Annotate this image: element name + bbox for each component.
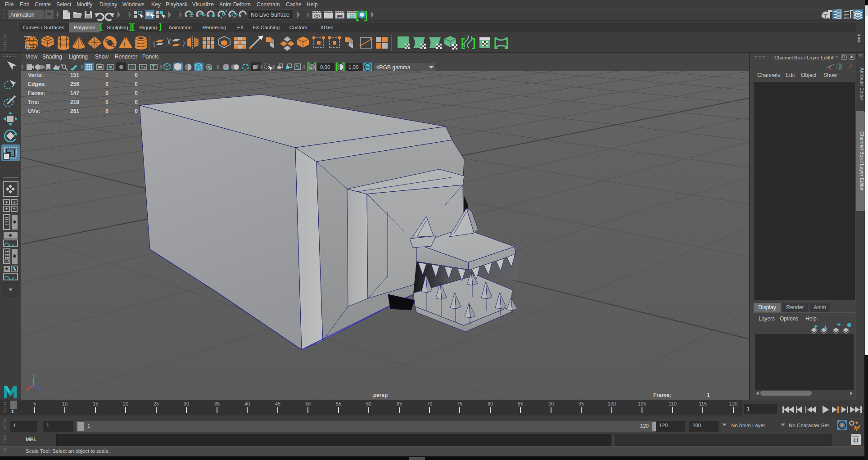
svg-text:15: 15 — [93, 401, 98, 406]
svg-text:105: 105 — [638, 401, 646, 406]
svg-text:0: 0 — [135, 81, 138, 87]
svg-text:0: 0 — [135, 108, 138, 114]
svg-text:0: 0 — [105, 72, 108, 78]
svg-text:55: 55 — [336, 401, 341, 406]
svg-text:40: 40 — [244, 401, 250, 406]
svg-text:95: 95 — [579, 401, 584, 406]
svg-text:sRGB gamma: sRGB gamma — [376, 64, 411, 71]
svg-text:45: 45 — [275, 401, 280, 406]
svg-text:0: 0 — [105, 90, 108, 96]
svg-text:Edges:: Edges: — [28, 81, 46, 87]
svg-text:5: 5 — [33, 401, 36, 406]
svg-text:80: 80 — [488, 401, 493, 406]
svg-text:UVs:: UVs: — [28, 108, 40, 114]
svg-text:0: 0 — [135, 99, 138, 105]
svg-text:z: z — [41, 387, 43, 392]
svg-text:1: 1 — [747, 406, 750, 411]
svg-text:60: 60 — [366, 401, 371, 406]
svg-text:70: 70 — [427, 401, 432, 406]
svg-text:25: 25 — [154, 401, 159, 406]
svg-text:90: 90 — [548, 401, 554, 406]
svg-text:0: 0 — [105, 81, 108, 87]
svg-text:0.00: 0.00 — [320, 64, 330, 70]
svg-text:100: 100 — [608, 401, 616, 406]
svg-text:ON: ON — [365, 66, 370, 69]
svg-text:218: 218 — [70, 99, 79, 105]
svg-text:Frame:: Frame: — [653, 392, 671, 398]
svg-text:50: 50 — [305, 401, 311, 406]
svg-text:1: 1 — [707, 392, 710, 398]
svg-text:Verts:: Verts: — [28, 72, 43, 78]
svg-text:151: 151 — [70, 72, 79, 78]
svg-text:10: 10 — [62, 401, 68, 406]
svg-text:No Live Surface: No Live Surface — [251, 12, 289, 18]
svg-text:30: 30 — [184, 401, 189, 406]
svg-text:110: 110 — [669, 401, 677, 406]
svg-text:0: 0 — [105, 108, 108, 114]
svg-text:120: 120 — [729, 401, 737, 406]
svg-text:IPR: IPR — [337, 14, 343, 18]
svg-text:0: 0 — [135, 90, 138, 96]
svg-text:persp: persp — [373, 392, 388, 398]
svg-text:Faces:: Faces: — [28, 90, 45, 96]
svg-text:x: x — [26, 387, 28, 392]
svg-text:1.00: 1.00 — [348, 64, 358, 70]
svg-text:y: y — [33, 373, 36, 378]
svg-text:Tris:: Tris: — [28, 99, 39, 105]
svg-text:]: ] — [364, 9, 368, 21]
svg-text:20: 20 — [123, 401, 128, 406]
svg-text:65: 65 — [397, 401, 402, 406]
svg-text:35: 35 — [214, 401, 220, 406]
svg-text:T: T — [152, 65, 155, 70]
svg-text:0: 0 — [105, 99, 108, 105]
svg-text:0: 0 — [135, 72, 138, 78]
svg-text:261: 261 — [70, 108, 79, 114]
svg-text:147: 147 — [70, 90, 79, 96]
svg-text:256: 256 — [70, 81, 79, 87]
svg-text:115: 115 — [699, 401, 707, 406]
svg-text:Animation: Animation — [10, 12, 34, 18]
svg-text:85: 85 — [518, 401, 523, 406]
svg-text:75: 75 — [457, 401, 462, 406]
